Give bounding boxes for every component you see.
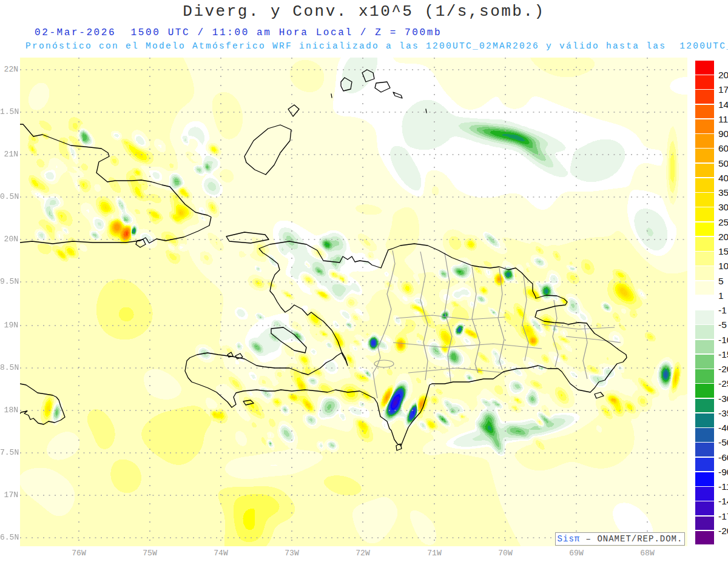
colorbar-segment [695, 501, 714, 515]
colorbar-segment [695, 178, 714, 192]
lon-tick-label: 70W [498, 549, 512, 558]
map-plot-area [20, 58, 687, 546]
lat-tick-label: 1.5N [0, 107, 18, 116]
subtitle-model-info: Pronóstico con el Modelo Atmósferico WRF… [25, 41, 728, 51]
colorbar-label: -5 [718, 319, 727, 330]
colorbar-segment [695, 355, 714, 369]
colorbar-label: 90 [718, 129, 728, 139]
colorbar-segment [695, 61, 714, 75]
lat-tick-label: 7.5N [0, 448, 18, 457]
lat-tick-label: 0.5N [0, 192, 18, 201]
colorbar-label: -200 [718, 526, 728, 537]
colorbar-segment [695, 340, 714, 354]
lon-tick-label: 68W [640, 549, 654, 558]
lon-tick-label: 73W [285, 549, 298, 558]
colorbar-segment [695, 207, 714, 221]
colorbar-label: -110 [718, 481, 728, 492]
colorbar-label: 20 [718, 232, 728, 243]
colorbar-segment [695, 105, 714, 119]
colorbar-label: 60 [718, 143, 728, 154]
lon-tick-label: 69W [569, 549, 583, 558]
colorbar-segment [695, 149, 714, 162]
page-title: Diverg. y Conv. x10^5 (1/s,somb.) [0, 2, 728, 21]
colorbar-label: -40 [718, 423, 728, 433]
lat-tick-label: 8.5N [0, 363, 18, 372]
colorbar-segment [695, 90, 714, 104]
colorbar-label: -60 [718, 452, 728, 463]
colorbar-segment [695, 458, 714, 472]
lat-tick-label: 19N [0, 321, 18, 330]
lon-tick-label: 76W [72, 549, 86, 558]
colorbar-label: 140 [718, 99, 728, 110]
lat-tick-label: 18N [0, 406, 18, 415]
colorbar-label: -170 [718, 511, 728, 522]
colorbar-segment [695, 443, 714, 457]
colorbar-label: -50 [718, 437, 728, 448]
colorbar-label: -25 [718, 378, 728, 389]
colorbar-label: -20 [718, 364, 728, 375]
lat-tick-label: 20N [0, 235, 18, 244]
colorbar-label: 50 [718, 158, 728, 169]
colorbar-segment [695, 164, 714, 178]
colorbar-segment [695, 472, 714, 486]
lat-tick-label: 6.5N [0, 533, 18, 542]
colorbar-label: -1 [718, 305, 727, 316]
colorbar-label: 15 [718, 246, 728, 257]
colorbar-label: 170 [718, 84, 728, 95]
colorbar-segment [695, 325, 714, 339]
lat-tick-label: 17N [0, 490, 18, 500]
lat-tick-label: 9.5N [0, 277, 18, 286]
weather-chart-page: Diverg. y Conv. x10^5 (1/s,somb.) 02-Mar… [0, 0, 728, 562]
gridlines [20, 58, 687, 546]
colorbar-segment [695, 193, 714, 207]
subtitle-valid-time: 02-Mar-2026 1500 UTC / 11:00 am Hora Loc… [35, 27, 442, 38]
lon-tick-label: 71W [427, 549, 441, 558]
sispi-logo: Sisπ [558, 534, 581, 544]
colorbar-label: -35 [718, 408, 728, 419]
colorbar-label: -90 [718, 467, 728, 478]
colorbar-segment [695, 296, 714, 310]
colorbar-segment [695, 75, 714, 89]
coastlines [20, 70, 627, 450]
colorbar-segment [695, 281, 714, 295]
lon-tick-label: 72W [356, 549, 369, 558]
colorbar-label: -10 [718, 335, 728, 346]
colorbar-legend: 2001701401109060504035302520151051-1-5-1… [695, 61, 728, 546]
colorbar-label: 30 [718, 202, 728, 213]
colorbar-segment [695, 487, 714, 501]
colorbar-segment [695, 413, 714, 427]
colorbar-segment [695, 399, 714, 413]
colorbar-segment [695, 428, 714, 442]
colorbar-label: 40 [718, 173, 728, 184]
colorbar-segment [695, 517, 714, 530]
colorbar-label: -15 [718, 349, 728, 360]
colorbar-segment [695, 531, 714, 545]
colorbar-segment [695, 237, 714, 251]
lat-tick-label: 21N [0, 150, 18, 159]
lon-tick-label: 74W [214, 549, 228, 558]
colorbar-label: 200 [718, 70, 728, 81]
colorbar-label: 110 [718, 114, 728, 125]
lon-tick-label: 75W [143, 549, 157, 558]
credit-box: Sisπ – ONAMET/REP.DOM. [555, 532, 685, 546]
colorbar-segment [695, 384, 714, 398]
colorbar-label: 25 [718, 217, 728, 228]
colorbar-label: -140 [718, 496, 728, 507]
colorbar-label: 10 [718, 261, 728, 272]
colorbar-label: 1 [718, 290, 724, 301]
colorbar-label: 35 [718, 187, 728, 198]
colorbar-segment [695, 310, 714, 324]
colorbar-segment [695, 119, 714, 133]
lat-tick-label: 22N [0, 65, 18, 74]
colorbar-segment [695, 222, 714, 236]
colorbar-segment [695, 266, 714, 280]
colorbar-label: 5 [718, 276, 724, 287]
colorbar-segment [695, 252, 714, 266]
map-overlay [20, 58, 687, 546]
credit-text: – ONAMET/REP.DOM. [580, 534, 682, 544]
colorbar-label: -30 [718, 393, 728, 404]
colorbar-segment [695, 369, 714, 383]
colorbar-segment [695, 134, 714, 148]
